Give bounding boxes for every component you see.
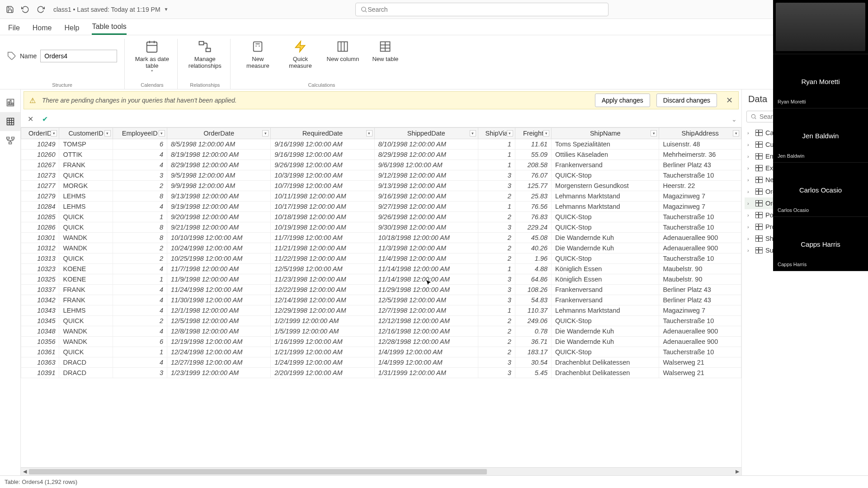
cell[interactable]: DRACD <box>59 368 113 378</box>
cell[interactable]: 10363 <box>21 357 59 368</box>
cell[interactable]: 9/9/1998 12:00:00 AM <box>167 181 270 191</box>
cell[interactable]: 9/26/1998 12:00:00 AM <box>271 160 374 170</box>
cell[interactable]: 3 <box>478 295 515 305</box>
cell[interactable]: 10301 <box>21 233 59 243</box>
cell[interactable]: WANDK <box>59 233 113 243</box>
redo-icon[interactable] <box>36 5 45 14</box>
cell[interactable]: 10/17/1998 12:00:00 AM <box>271 202 374 212</box>
cell[interactable]: 76.56 <box>515 202 551 212</box>
cell[interactable]: Magazinweg 7 <box>659 191 741 202</box>
data-grid[interactable]: OrderID▾CustomerID▾EmployeeID▾OrderDate▾… <box>21 127 741 467</box>
cell[interactable]: 1.96 <box>515 253 551 264</box>
column-header[interactable]: RequiredDate▾ <box>271 128 374 139</box>
cell[interactable]: FRANK <box>59 160 113 170</box>
report-view-button[interactable] <box>0 93 20 112</box>
cell[interactable]: 2 <box>113 181 167 191</box>
cell[interactable]: 11/3/1998 12:00:00 AM <box>374 243 478 253</box>
cell[interactable]: 11/30/1998 12:00:00 AM <box>167 295 270 305</box>
cell[interactable]: WANDK <box>59 243 113 253</box>
cell[interactable]: Lehmanns Marktstand <box>552 305 659 316</box>
cell[interactable]: 10273 <box>21 170 59 181</box>
cell[interactable]: 3 <box>478 222 515 233</box>
cell[interactable]: 249.06 <box>515 316 551 326</box>
cell[interactable]: 9/12/1998 12:00:00 AM <box>374 170 478 181</box>
cell[interactable]: 2 <box>113 243 167 253</box>
cell[interactable]: 11.61 <box>515 139 551 150</box>
mark-as-date-table-button[interactable]: Mark as date table ˅ <box>134 39 170 76</box>
cell[interactable]: 4 <box>113 295 167 305</box>
global-search[interactable] <box>355 3 609 16</box>
cell[interactable]: DRACD <box>59 357 113 368</box>
filter-dropdown-icon[interactable]: ▾ <box>159 130 165 136</box>
cell[interactable]: 12/8/1998 12:00:00 AM <box>167 326 270 337</box>
cell[interactable]: 12/5/1998 12:00:00 AM <box>374 295 478 305</box>
table-row[interactable]: 10325KOENE111/9/1998 12:00:00 AM11/23/19… <box>21 274 741 285</box>
cell[interactable]: 11/22/1998 12:00:00 AM <box>271 253 374 264</box>
cell[interactable]: 76.07 <box>515 170 551 181</box>
cell[interactable]: 1/4/1999 12:00:00 AM <box>374 347 478 357</box>
cell[interactable]: Ottilies Käseladen <box>552 150 659 160</box>
filter-dropdown-icon[interactable]: ▾ <box>507 130 513 136</box>
filter-dropdown-icon[interactable]: ▾ <box>366 130 373 136</box>
scroll-left-icon[interactable]: ◀ <box>21 469 29 474</box>
column-header[interactable]: CustomerID▾ <box>59 128 113 139</box>
cell[interactable]: 2 <box>478 212 515 222</box>
cell[interactable]: Königlich Essen <box>552 274 659 285</box>
cell[interactable]: QUICK-Stop <box>552 347 659 357</box>
quick-measure-button[interactable]: Quick measure <box>282 39 318 70</box>
save-icon[interactable] <box>5 5 14 14</box>
tab-file[interactable]: File <box>8 24 20 35</box>
cell[interactable]: 11/7/1998 12:00:00 AM <box>271 233 374 243</box>
scroll-right-icon[interactable]: ▶ <box>733 469 741 474</box>
tab-table-tools[interactable]: Table tools <box>92 23 127 35</box>
new-measure-button[interactable]: New measure <box>240 39 276 70</box>
cell[interactable]: Königlich Essen <box>552 264 659 274</box>
cell[interactable]: 9/16/1998 12:00:00 AM <box>374 191 478 202</box>
cell[interactable]: 12/28/1998 12:00:00 AM <box>374 337 478 347</box>
cell[interactable]: 9/27/1998 12:00:00 AM <box>374 202 478 212</box>
model-view-button[interactable] <box>0 131 20 150</box>
cell[interactable]: 8/29/1998 12:00:00 AM <box>167 160 270 170</box>
cell[interactable]: 4 <box>113 202 167 212</box>
cell[interactable]: 208.58 <box>515 160 551 170</box>
cell[interactable]: 54.83 <box>515 295 551 305</box>
cell[interactable]: 0.78 <box>515 326 551 337</box>
cell[interactable]: QUICK <box>59 170 113 181</box>
horizontal-scrollbar[interactable]: ◀ ▶ <box>21 467 741 475</box>
table-row[interactable]: 10273QUICK39/5/1998 12:00:00 AM10/3/1998… <box>21 170 741 181</box>
cell[interactable]: 11/21/1998 12:00:00 AM <box>271 243 374 253</box>
cell[interactable]: 12/22/1998 12:00:00 AM <box>271 285 374 295</box>
column-header[interactable]: OrderID▾ <box>21 128 59 139</box>
cell[interactable]: 229.24 <box>515 222 551 233</box>
cell[interactable]: 10/7/1998 12:00:00 AM <box>271 181 374 191</box>
table-row[interactable]: 10356WANDK612/19/1998 12:00:00 AM1/16/19… <box>21 337 741 347</box>
cell[interactable]: 3 <box>478 274 515 285</box>
cell[interactable]: 12/29/1998 12:00:00 AM <box>271 305 374 316</box>
cell[interactable]: 1 <box>478 150 515 160</box>
cell[interactable]: 11/29/1998 12:00:00 AM <box>374 285 478 295</box>
cell[interactable]: 6 <box>113 139 167 150</box>
table-row[interactable]: 10277MORGK29/9/1998 12:00:00 AM10/7/1998… <box>21 181 741 191</box>
cell[interactable]: 1/16/1999 12:00:00 AM <box>271 337 374 347</box>
cell[interactable]: 10/18/1998 12:00:00 AM <box>271 212 374 222</box>
cell[interactable]: TOMSP <box>59 139 113 150</box>
column-header[interactable]: OrderDate▾ <box>167 128 270 139</box>
cell[interactable]: 1 <box>113 212 167 222</box>
cell[interactable]: Adenauerallee 900 <box>659 233 741 243</box>
cell[interactable]: 3 <box>113 170 167 181</box>
filter-dropdown-icon[interactable]: ▾ <box>651 130 657 136</box>
close-infobar-icon[interactable]: ✕ <box>726 95 733 105</box>
cell[interactable]: 10260 <box>21 150 59 160</box>
cell[interactable]: KOENE <box>59 274 113 285</box>
cell[interactable]: 25.83 <box>515 191 551 202</box>
filter-dropdown-icon[interactable]: ▾ <box>51 130 57 136</box>
cell[interactable]: 3 <box>478 285 515 295</box>
cell[interactable]: 10284 <box>21 202 59 212</box>
cell[interactable]: 11/23/1998 12:00:00 AM <box>271 274 374 285</box>
filter-dropdown-icon[interactable]: ▾ <box>470 130 476 136</box>
cell[interactable]: 10/24/1998 12:00:00 AM <box>167 243 270 253</box>
cell[interactable]: 1/2/1999 12:00:00 AM <box>271 316 374 326</box>
cell[interactable]: 11/9/1998 12:00:00 AM <box>167 274 270 285</box>
cell[interactable]: Adenauerallee 900 <box>659 243 741 253</box>
cell[interactable]: 4 <box>113 264 167 274</box>
